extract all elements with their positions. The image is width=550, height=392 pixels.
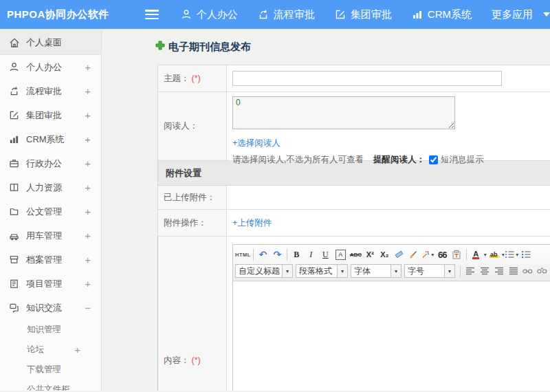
nav-workflow-approval[interactable]: 流程审批 [258, 8, 315, 21]
upload-attachment-link[interactable]: +上传附件 [232, 217, 272, 229]
font-color-button[interactable]: A [469, 248, 483, 261]
uploaded-attachments-value [227, 186, 550, 209]
sidebar-item-workflow-approval[interactable]: 流程审批 + [0, 79, 101, 103]
expand-icon[interactable]: + [85, 230, 91, 241]
user-icon [8, 62, 20, 72]
flow-icon [8, 86, 20, 96]
required-mark: (*) [192, 356, 201, 365]
uploaded-attachments-label: 已上传附件： [158, 186, 227, 209]
paste-text-icon[interactable] [450, 248, 464, 261]
sidebar-item-knowledge[interactable]: 知识交流 − [0, 296, 101, 320]
main-content: 电子期刊信息发布 主题： (*) 阅读人： [102, 30, 550, 391]
expand-icon[interactable]: + [74, 344, 80, 356]
auto-format-icon[interactable]: ▾ [421, 248, 435, 261]
bold-button[interactable]: B [289, 248, 304, 261]
italic-button[interactable]: I [304, 248, 318, 261]
custom-title-select[interactable]: 自定义标题▾ [235, 264, 293, 278]
redo-icon[interactable]: ↷ [270, 248, 285, 261]
chart-icon [412, 9, 423, 20]
sidebar-item-vehicles[interactable]: 用车管理 + [0, 224, 101, 248]
link-icon[interactable] [520, 264, 535, 278]
sidebar-item-archives[interactable]: 档案管理 + [0, 248, 101, 272]
edit-icon [8, 110, 20, 120]
ordered-list-icon[interactable]: ▾ [505, 248, 519, 261]
top-bar: PHPOA协同办公软件 个人办公 流程审批 集团审批 [0, 0, 550, 30]
readers-textarea[interactable]: 0 [232, 96, 455, 129]
collapse-icon[interactable]: − [85, 302, 91, 314]
sidebar-item-personal-office[interactable]: 个人办公 + [0, 55, 101, 79]
book-icon [8, 182, 20, 193]
blockquote-button[interactable]: 66 [435, 248, 450, 261]
underline-button[interactable]: U [318, 248, 333, 261]
expand-icon[interactable]: + [85, 157, 91, 169]
align-center-icon[interactable] [477, 264, 492, 278]
archive-icon [8, 254, 20, 265]
nav-more-apps[interactable]: 更多应用 [492, 8, 550, 21]
nav-label: 集团审批 [351, 8, 392, 21]
top-nav: 个人办公 流程审批 集团审批 CRM系统 更多应用 [181, 8, 550, 21]
sidebar-item-group-approval[interactable]: 集团审批 + [0, 103, 101, 127]
sidebar-item-projects[interactable]: 项目管理 + [0, 272, 101, 296]
nav-personal-office[interactable]: 个人办公 [181, 8, 238, 21]
highlight-button[interactable]: ab [487, 248, 501, 261]
choose-readers-link[interactable]: +选择阅读人 [232, 138, 280, 149]
readers-row: 阅读人： 0 +选择阅读人 请选择阅读人,不选为所有人可查看 提醒阅读人： 短消… [158, 92, 550, 161]
align-left-icon[interactable] [463, 264, 477, 278]
sidebar-item-admin-office[interactable]: 行政办公 + [0, 151, 101, 175]
unordered-list-icon[interactable] [519, 248, 534, 261]
attachment-ops-label: 附件操作： [158, 210, 227, 236]
expand-icon[interactable]: + [85, 206, 91, 217]
subject-label: 主题： (*) [158, 65, 227, 91]
sidebar-item-desktop[interactable]: 个人桌面 [0, 30, 101, 55]
superscript-button[interactable]: X² [363, 248, 377, 261]
align-right-icon[interactable] [492, 264, 506, 278]
expand-icon[interactable]: + [85, 61, 91, 73]
menu-icon[interactable] [145, 10, 159, 19]
source-code-button[interactable]: HTML [235, 248, 251, 261]
sidebar-subitem-public-files[interactable]: 公共文件柜 [0, 380, 101, 391]
align-justify-icon[interactable] [506, 264, 520, 278]
expand-icon[interactable]: + [85, 109, 91, 121]
undo-icon[interactable]: ↶ [256, 248, 270, 261]
editor-content-area[interactable] [233, 281, 550, 391]
sidebar-item-hr[interactable]: 人力资源 + [0, 175, 101, 199]
add-icon [155, 41, 165, 53]
unlink-icon[interactable] [535, 264, 549, 278]
sms-notify-checkbox[interactable] [429, 155, 438, 164]
nav-label: 个人办公 [197, 8, 238, 21]
strikethrough-button[interactable]: ABC [349, 248, 363, 261]
uploaded-attachments-row: 已上传附件： [158, 186, 550, 210]
subject-row: 主题： (*) [158, 65, 550, 92]
expand-icon[interactable]: + [85, 133, 91, 145]
caret-down-icon [543, 12, 550, 17]
char-border-button[interactable]: A [336, 250, 346, 260]
format-brush-icon[interactable] [406, 248, 421, 261]
nav-group-approval[interactable]: 集团审批 [335, 8, 392, 21]
sidebar-subitem-knowledge-mgmt[interactable]: 知识管理 [0, 320, 101, 340]
app-brand: PHPOA协同办公软件 [0, 8, 135, 21]
paragraph-format-select[interactable]: 段落格式▾ [296, 264, 348, 278]
chart-icon [8, 134, 20, 144]
attachment-ops-row: 附件操作： +上传附件 [158, 210, 550, 237]
sidebar-subitem-forum[interactable]: 论坛 + [0, 340, 101, 360]
sms-notify-label: 短消息提示 [441, 154, 484, 166]
eraser-icon[interactable] [392, 248, 406, 261]
subscript-button[interactable]: X₂ [377, 248, 392, 261]
publish-form: 主题： (*) 阅读人： 0 +选择阅读人 [157, 65, 550, 391]
expand-icon[interactable]: + [85, 85, 91, 97]
content-label: 内容： (*) [158, 237, 227, 391]
expand-icon[interactable]: + [85, 182, 91, 193]
sidebar-item-documents[interactable]: 公文管理 + [0, 199, 101, 224]
expand-icon[interactable]: + [85, 254, 91, 265]
readers-label: 阅读人： [158, 92, 227, 160]
rich-text-editor: HTML ↶ ↷ B I U A ABC [232, 244, 550, 391]
sidebar-subitem-downloads[interactable]: 下载管理 [0, 360, 101, 380]
app-window: PHPOA协同办公软件 个人办公 流程审批 集团审批 [0, 0, 550, 392]
expand-icon[interactable]: + [85, 278, 91, 290]
subject-input[interactable] [232, 71, 502, 86]
font-family-select[interactable]: 字体▾ [351, 264, 402, 278]
font-size-select[interactable]: 字号▾ [404, 264, 455, 278]
nav-label: 更多应用 [492, 8, 533, 21]
sidebar-item-crm[interactable]: CRM系统 + [0, 127, 101, 151]
nav-crm-system[interactable]: CRM系统 [412, 8, 472, 21]
